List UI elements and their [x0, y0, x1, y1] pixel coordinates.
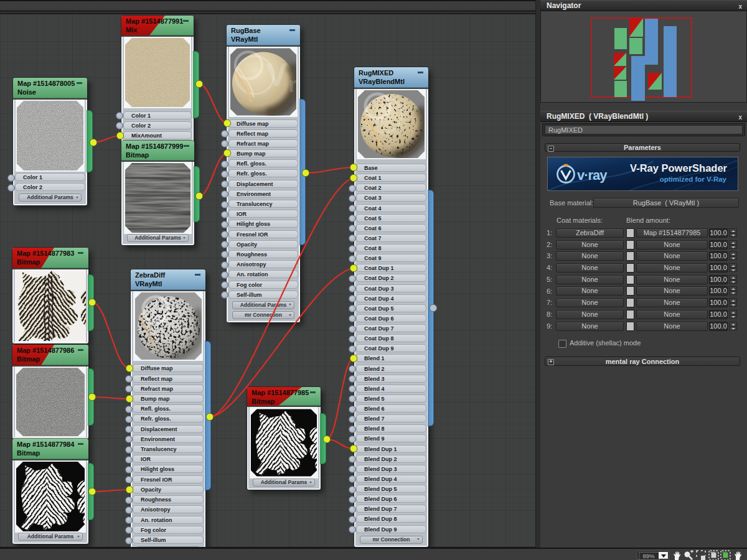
svg-text:89%: 89% [642, 553, 655, 559]
svg-text:v·ray: v·ray [577, 167, 608, 183]
svg-text:r: r [288, 72, 297, 96]
svg-text:V-Ray PowerShader: V-Ray PowerShader [630, 162, 727, 174]
svg-text:optimized for V-Ray: optimized for V-Ray [660, 175, 727, 183]
